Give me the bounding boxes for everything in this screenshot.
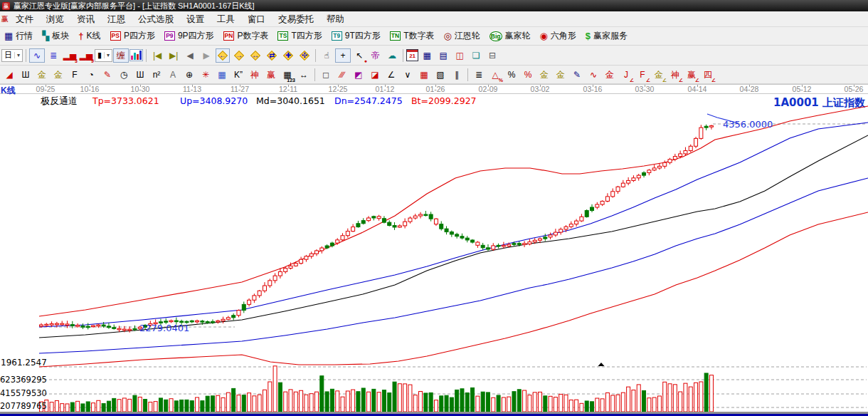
bars-3[interactable]: ▂▅3 [62,48,78,63]
percent-tool[interactable]: % [504,68,519,82]
candle-style-selector[interactable]: ▮▾ [95,49,112,62]
wave-check-tool[interactable]: ∨ [400,68,416,82]
menu-item-8[interactable]: 交易委托 [272,11,320,27]
comb-tool[interactable]: Ш [132,68,148,82]
first-bar[interactable]: |◀ [149,48,165,63]
cloud-tool[interactable]: ☁ [384,48,400,63]
ruler-comb-tool[interactable]: Ш [18,68,33,82]
next-bar[interactable]: ▶ [199,48,214,63]
gann-line-tool[interactable]: ◢ [1,68,17,82]
zoom-plus[interactable]: ✚ [281,48,295,63]
network[interactable]: ❏ [468,48,484,63]
angle-lines-tool[interactable]: ∠ [383,68,399,82]
menu-item-7[interactable]: 窗口 [241,11,272,27]
toolbar-item-p-number-table[interactable]: PNP数字表 [221,28,272,43]
hand-tool[interactable]: ☝ [319,48,334,63]
menu-item-3[interactable]: 江恩 [101,11,132,27]
calculator[interactable]: ▦ [419,48,435,63]
toolbar-item-kline[interactable]: †K线 [75,28,103,43]
gold-circle-tool[interactable]: 金 [536,68,552,82]
pencil-tool[interactable]: ✎ [100,68,115,82]
menu-item-9[interactable]: 帮助 [320,11,351,27]
pan-left[interactable]: ← [216,48,230,63]
zoom-all[interactable]: ✣ [297,48,312,63]
menu-item-4[interactable]: 公式选股 [132,11,180,27]
kline-chart-canvas[interactable]: 极反通道Tp=3733.0621Up=3408.9270Md=3040.1651… [0,94,868,416]
info-doc[interactable]: ≣ [46,48,61,63]
spiral-tool[interactable]: ◔ [83,68,99,82]
title-bar[interactable]: 赢 赢家江恩专业版[赢家内部服务平台] - [上证指数 SH1A0001-167… [0,0,868,11]
gold-angle-tool[interactable]: 金∠ [651,68,667,82]
width-arrows-tool[interactable]: ↔ [296,68,312,82]
star-tool[interactable]: ✳ [198,68,213,82]
child-window-icon[interactable]: 赢 [0,14,9,24]
e-bars-tool[interactable]: ≣ [471,68,487,82]
toolbar-item-winner-wheel[interactable]: Big赢家轮 [487,28,534,43]
notebook[interactable]: ▤ [435,48,451,63]
purple-glyph-tool[interactable]: 帝 [368,48,383,63]
purple-fan-tool[interactable]: ◩ [351,68,366,82]
period-day-selector-value: 日 [4,50,12,61]
f-ruler-tool[interactable]: F [67,68,83,82]
toolbar-item-winner-service[interactable]: $赢家服务 [583,28,630,43]
pan-right[interactable]: → [232,48,246,63]
toolbar-item-gann-wheel[interactable]: ◎江恩轮 [440,28,482,43]
blue-wave-tool[interactable]: ∿ [29,48,45,63]
grid-123-tool[interactable]: ▦123 [280,68,295,82]
gold-grid-tool[interactable]: 金 [34,68,50,82]
menu-item-0[interactable]: 文件 [9,11,40,27]
red-glyph[interactable]: 缠 [113,48,129,63]
k-quote-tool[interactable]: K” [231,68,246,82]
ying-tool[interactable]: 赢 [263,68,279,82]
box-rays-tool[interactable]: ◪ [367,68,383,82]
f-angle-tool[interactable]: F∠ [635,68,650,82]
parallel-lines-tool[interactable]: ∥ [449,68,465,82]
toolbar-item-9t-square[interactable]: T99T四方形 [329,28,383,43]
toolbar-item-sectors[interactable]: ▚板块 [39,28,72,43]
red-wave-tool[interactable]: ∿ [586,68,601,82]
percent-triangle-tool[interactable]: △% [487,68,503,82]
toolbar-item-t-square[interactable]: TST四方形 [275,28,324,43]
last-bar[interactable]: ▶| [166,48,181,63]
a-angle-tool[interactable]: A [165,68,181,82]
shen-angle-tool[interactable]: 神∠ [667,68,683,82]
menu-item-6[interactable]: 工具 [211,11,241,27]
calendar[interactable]: 21 [406,49,418,61]
period-day-selector[interactable]: 日▾ [1,49,23,62]
histogram[interactable] [129,49,143,61]
toolbar-item-hexagon[interactable]: ◉六角形 [537,28,579,43]
toolbar-item-quotes[interactable]: ▦行情 [1,28,36,43]
pencil2-tool[interactable]: ✎ [569,68,585,82]
gold-grid2-tool[interactable]: 金 [51,68,66,82]
compress-horizontal[interactable]: ⇄ [265,48,279,63]
menu-item-2[interactable]: 资讯 [70,11,101,27]
red-grid-tool[interactable]: ▦ [416,68,432,82]
j-angle-tool[interactable]: J∠ [618,68,634,82]
time-circle-tool[interactable]: ◷ [116,68,132,82]
gold-lines-tool[interactable]: 金 [553,68,568,82]
menu-item-5[interactable]: 设置 [180,11,211,27]
toolbar-item-9p-square[interactable]: P99P四方形 [162,28,217,43]
bars-9[interactable]: ▂▅9 [78,48,94,63]
toolbar-item-p-square[interactable]: PSP四方形 [107,28,158,43]
toolbar-item-t-number-table[interactable]: TNT数字表 [387,28,438,43]
menu-item-1[interactable]: 浏览 [40,11,70,27]
blue-grid-tool[interactable]: ▦ [214,68,230,82]
ying-angle-tool[interactable]: 赢∠ [684,68,699,82]
gann-fan-circle-tool[interactable]: ⊕ [181,68,197,82]
printer[interactable]: ⊟ [485,48,500,63]
expand-horizontal[interactable]: ↔ [248,48,263,63]
si-angle-tool[interactable]: 四∠ [700,68,716,82]
gold-red-tool[interactable]: 金 [602,68,618,82]
percent-lines-tool[interactable]: % [520,68,536,82]
grid-arrow-tool[interactable]: ▧ [433,68,448,82]
red-fan-tool[interactable]: ∕∕∕ [334,68,350,82]
prev-bar[interactable]: ◀ [182,48,198,63]
delete-line-tool[interactable]: ↖● [351,48,367,63]
crosshair-tool[interactable]: + [335,48,351,63]
kline-tab[interactable]: K线 [1,85,16,97]
n-square-tool[interactable]: n² [149,68,164,82]
shen-tool[interactable]: 神 [247,68,263,82]
box-axes-tool[interactable]: ◻ [318,68,334,82]
save[interactable]: ◫ [452,48,467,63]
